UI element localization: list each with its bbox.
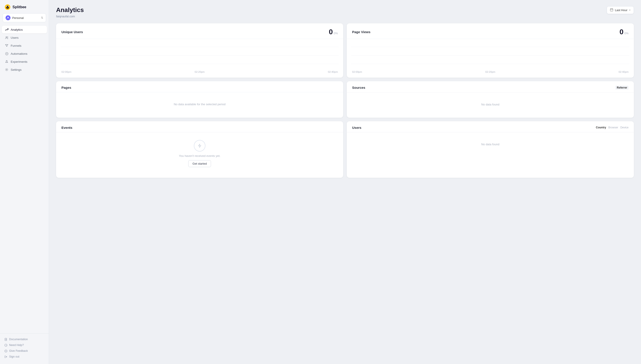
users-tab-country[interactable]: Country	[596, 126, 606, 129]
svg-marker-11	[6, 53, 8, 54]
page-views-card: Page Views 0 0% 02:00pm 02:20pm 02:40pm	[347, 23, 634, 78]
unique-users-title: Unique Users	[62, 30, 83, 34]
footer-feedback-label: Give Feedback	[9, 349, 28, 352]
card-divider	[56, 132, 343, 132]
time-filter-button[interactable]: Last Hour ▾	[607, 6, 634, 14]
page-views-value: 0	[620, 28, 624, 36]
svg-rect-6	[7, 8, 8, 8]
app-name: Splitbee	[12, 5, 26, 9]
unique-users-time-labels: 02:00pm 02:20pm 02:40pm	[62, 70, 338, 73]
sidebar-item-users[interactable]: Users	[2, 34, 47, 42]
question-icon: ?	[4, 344, 7, 347]
pv-time-label-0: 02:00pm	[352, 70, 362, 73]
svg-point-13	[6, 69, 7, 70]
pv-time-label-2: 02:40pm	[618, 70, 628, 73]
page-subtitle: faiqnaufal.com	[56, 15, 84, 18]
logo-icon	[4, 4, 11, 10]
card-divider	[347, 132, 634, 132]
sidebar-item-analytics[interactable]: Analytics	[2, 26, 47, 33]
sources-tabs: Referrer	[616, 86, 628, 90]
time-label-2: 02:40pm	[328, 70, 338, 73]
dashboard-grid: Unique Users 0 0% 02:00pm 02:20pm 02:40p…	[56, 23, 634, 178]
logo: Splitbee	[0, 0, 49, 13]
lightning-icon-circle	[194, 140, 206, 152]
users-tab-browser[interactable]: Browser	[608, 126, 618, 129]
gear-icon	[5, 68, 8, 72]
chevron-updown-icon: ⇅	[41, 16, 43, 19]
users-no-data: No data found	[352, 136, 628, 153]
flask-icon	[5, 60, 8, 64]
events-empty-state: You haven't received events yet. Get sta…	[62, 136, 338, 173]
nav-label-funnels: Funnels	[11, 44, 21, 48]
svg-rect-14	[5, 338, 7, 341]
sidebar-item-funnels[interactable]: Funnels	[2, 42, 47, 50]
workspace-avatar	[6, 15, 10, 20]
workspace-selector[interactable]: Personal ⇅	[3, 13, 46, 22]
card-divider	[56, 92, 343, 92]
nav: Analytics Users Funnels Automations	[0, 26, 49, 334]
signout-icon	[4, 355, 7, 358]
events-title: Events	[62, 126, 72, 130]
file-icon	[4, 338, 7, 341]
sources-no-data: No data found	[352, 96, 628, 113]
users-card-header: Users Country Browser Device	[352, 126, 628, 130]
page-views-percent: 0%	[624, 32, 628, 35]
calendar-icon	[610, 8, 613, 12]
sidebar-item-automations[interactable]: Automations	[2, 50, 47, 58]
svg-text:?: ?	[6, 344, 7, 346]
chevron-down-icon: ▾	[629, 9, 630, 12]
trending-up-icon	[5, 28, 8, 31]
page-views-chart	[351, 42, 630, 69]
sidebar: Splitbee Personal ⇅ Analytics Users	[0, 0, 49, 364]
sidebar-item-experiments[interactable]: Experiments	[2, 58, 47, 66]
page-title-block: Analytics faiqnaufal.com	[56, 6, 84, 18]
pages-header: Pages	[62, 86, 338, 90]
unique-users-card: Unique Users 0 0% 02:00pm 02:20pm 02:40p…	[56, 23, 343, 78]
card-divider	[347, 39, 634, 39]
users-tab-device[interactable]: Device	[620, 126, 628, 129]
svg-point-21	[6, 351, 6, 352]
pv-time-label-1: 02:20pm	[486, 70, 496, 73]
play-circle-icon	[5, 52, 8, 56]
footer-help-label: Need Help?	[9, 344, 24, 347]
footer-docs-label: Documentation	[9, 338, 28, 341]
card-divider	[347, 92, 634, 92]
unique-users-percent: 0%	[334, 32, 338, 35]
footer-signout-label: Sign out	[9, 355, 19, 358]
footer-help[interactable]: ? Need Help?	[4, 342, 45, 348]
card-divider	[56, 39, 343, 39]
get-started-button[interactable]: Get started	[188, 160, 211, 167]
alert-icon	[4, 350, 7, 352]
page-header: Analytics faiqnaufal.com Last Hour ▾	[56, 6, 634, 18]
sources-card: Sources Referrer No data found	[347, 81, 634, 118]
users-icon	[5, 36, 8, 40]
main-content: Analytics faiqnaufal.com Last Hour ▾ Uni…	[49, 0, 641, 364]
page-views-header: Page Views 0 0%	[352, 28, 628, 36]
workspace-name: Personal	[12, 16, 39, 20]
pages-title: Pages	[62, 86, 71, 90]
footer-signout[interactable]: Sign out	[4, 354, 45, 360]
pages-card: Pages No data available for the selected…	[56, 81, 343, 118]
users-card: Users Country Browser Device No data fou…	[347, 121, 634, 178]
sources-title: Sources	[352, 86, 365, 90]
lightning-icon	[198, 144, 202, 148]
sidebar-item-settings[interactable]: Settings	[2, 66, 47, 74]
nav-label-settings: Settings	[11, 68, 22, 72]
filter-icon	[5, 44, 8, 48]
nav-label-analytics: Analytics	[11, 28, 23, 31]
footer-docs[interactable]: Documentation	[4, 336, 45, 342]
events-empty-text: You haven't received events yet.	[179, 154, 220, 158]
sources-tab-referrer[interactable]: Referrer	[616, 86, 628, 90]
svg-point-9	[7, 37, 8, 38]
svg-rect-23	[610, 9, 613, 11]
page-views-title: Page Views	[352, 30, 370, 34]
nav-label-users: Users	[11, 36, 18, 40]
page-title: Analytics	[56, 6, 84, 14]
users-tabs: Country Browser Device	[596, 126, 628, 129]
unique-users-value: 0	[329, 28, 333, 36]
page-views-time-labels: 02:00pm 02:20pm 02:40pm	[352, 70, 628, 73]
footer-feedback[interactable]: Give Feedback	[4, 348, 45, 354]
sources-header: Sources Referrer	[352, 86, 628, 90]
unique-users-metric: 0 0%	[329, 28, 338, 36]
events-card: Events You haven't received events yet. …	[56, 121, 343, 178]
